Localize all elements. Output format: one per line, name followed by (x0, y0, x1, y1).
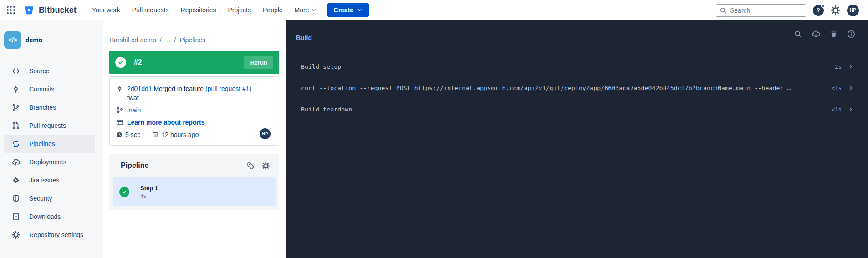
pull-request-link[interactable]: (pull request #1) (205, 85, 251, 92)
step-row-selected[interactable]: Step 1 4s (113, 177, 276, 206)
pipeline-steps-card: Pipeline Step 1 4s (109, 154, 279, 210)
nav-more-label: More (295, 6, 309, 14)
help-glyph: ? (817, 7, 820, 14)
sidebar-item-source[interactable]: Source (4, 62, 95, 80)
commit-row: 2d01dd1 Merged in feature (pull request … (116, 84, 272, 102)
run-author-avatar: HP (260, 128, 271, 139)
bitbucket-logo[interactable]: Bitbucket (24, 5, 77, 15)
gear-icon[interactable] (262, 162, 270, 170)
sidebar-item-branches[interactable]: Branches (4, 98, 95, 116)
success-check-icon (119, 187, 129, 197)
app-switcher-icon[interactable] (5, 4, 17, 16)
tab-build[interactable]: Build (296, 34, 312, 46)
calendar-icon (152, 132, 158, 138)
create-button-label: Create (334, 6, 354, 14)
pipelines-icon (12, 140, 20, 148)
sidebar-item-label: Commits (29, 86, 54, 93)
rerun-button[interactable]: Rerun (244, 56, 273, 69)
repo-header[interactable]: </> demo (0, 20, 103, 49)
repo-avatar: </> (4, 31, 21, 49)
sidebar-item-commits[interactable]: Commits (4, 80, 95, 98)
info-icon[interactable] (847, 30, 855, 39)
sidebar-item-deployments[interactable]: Deployments (4, 153, 95, 171)
sidebar-item-label: Source (29, 67, 49, 75)
repo-name: demo (26, 36, 42, 44)
nav-more[interactable]: More (295, 6, 317, 14)
sidebar-item-label: Branches (29, 104, 56, 111)
sidebar-item-security[interactable]: Security (4, 189, 95, 207)
download-log-icon[interactable] (812, 30, 820, 39)
search-icon (720, 7, 727, 14)
breadcrumb-ellipsis[interactable]: ... (165, 36, 171, 44)
chevron-right-icon (848, 64, 853, 69)
nav-your-work[interactable]: Your work (92, 6, 120, 14)
gear-icon (12, 231, 20, 239)
commit-info-card: 2d01dd1 Merged in feature (pull request … (109, 76, 279, 146)
chevron-down-icon (357, 7, 363, 13)
nav-repositories[interactable]: Repositories (181, 6, 216, 14)
pipeline-card-header: Pipeline (121, 162, 270, 170)
tag-icon[interactable] (247, 162, 255, 170)
log-row-build-teardown[interactable]: Build teardown <1s (286, 99, 868, 120)
pipeline-card-title: Pipeline (121, 162, 148, 170)
log-panel-header: Build (286, 20, 868, 46)
jira-icon (12, 176, 20, 184)
search-box (716, 4, 806, 17)
repo-sidebar: </> demo Source Commits Branches Pull re… (0, 20, 103, 258)
nav-pull-requests[interactable]: Pull requests (132, 6, 169, 14)
document-icon (12, 212, 20, 221)
commit-icon (12, 85, 20, 93)
primary-nav: Your work Pull requests Repositories Pro… (92, 6, 317, 14)
commit-hash-link[interactable]: 2d01dd1 (127, 85, 152, 92)
sidebar-item-label: Pipelines (29, 140, 55, 147)
shield-icon (12, 194, 20, 202)
pipeline-card-actions (247, 162, 270, 170)
report-icon (116, 119, 123, 126)
commit-message: Merged in feature (153, 85, 204, 92)
sidebar-item-repository-settings[interactable]: Repository settings (4, 226, 95, 244)
user-avatar[interactable]: HP (847, 5, 859, 16)
log-row-duration: 2s (829, 63, 842, 70)
code-icon (12, 67, 20, 75)
log-row-duration: <1s (826, 106, 842, 113)
sidebar-item-downloads[interactable]: Downloads (4, 207, 95, 226)
sidebar-item-pull-requests[interactable]: Pull requests (4, 116, 95, 135)
search-log-icon[interactable] (794, 30, 802, 39)
branch-link[interactable]: main (127, 106, 141, 115)
learn-more-reports-link[interactable]: Learn more about reports (127, 118, 204, 127)
commit-text: 2d01dd1 Merged in feature (pull request … (127, 84, 251, 102)
delete-log-icon[interactable] (830, 30, 837, 39)
branch-icon (116, 106, 123, 114)
breadcrumb: Harshil-cd-demo / ... / Pipelines (109, 36, 279, 44)
log-row-command[interactable]: curl --location --request POST https://i… (286, 77, 868, 99)
sidebar-item-label: Jira issues (29, 177, 59, 184)
pipeline-status-banner: #2 Rerun (109, 51, 279, 74)
help-button[interactable]: ? (813, 5, 824, 16)
branch-icon (12, 103, 20, 111)
reports-row: Learn more about reports (116, 118, 272, 127)
sidebar-item-label: Pull requests (29, 122, 66, 129)
chevron-down-icon (311, 7, 317, 13)
breadcrumb-separator: / (160, 36, 162, 44)
sidebar-item-jira-issues[interactable]: Jira issues (4, 171, 95, 189)
nav-projects[interactable]: Projects (228, 6, 251, 14)
log-row-build-setup[interactable]: Build setup 2s (286, 56, 868, 77)
search-input[interactable] (716, 4, 806, 17)
sidebar-item-label: Repository settings (29, 231, 83, 238)
log-panel-actions (794, 30, 855, 39)
top-nav: Bitbucket Your work Pull requests Reposi… (0, 0, 868, 20)
run-time-ago: 12 hours ago (161, 131, 199, 138)
commit-icon (116, 85, 123, 92)
step-texts: Step 1 4s (140, 185, 158, 199)
sidebar-item-pipelines[interactable]: Pipelines (4, 135, 95, 153)
nav-people[interactable]: People (263, 6, 283, 14)
pull-request-icon (12, 121, 20, 130)
pipeline-number: #2 (134, 58, 142, 66)
settings-gear-icon[interactable] (831, 5, 840, 15)
sidebar-item-label: Deployments (29, 158, 66, 166)
branch-row: main (116, 106, 272, 115)
chevron-right-icon (848, 86, 853, 91)
create-button[interactable]: Create (327, 3, 369, 17)
breadcrumb-repo[interactable]: Harshil-cd-demo (109, 36, 156, 44)
breadcrumb-separator: / (174, 36, 176, 44)
